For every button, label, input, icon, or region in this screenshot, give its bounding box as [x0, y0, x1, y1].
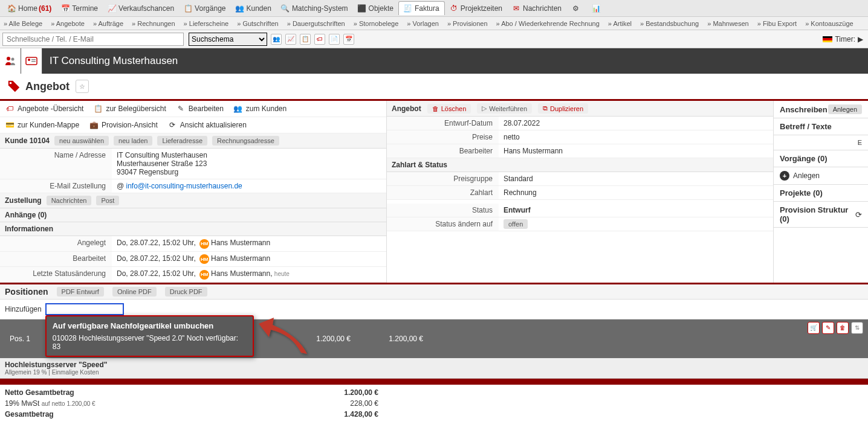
- tb-tag-icon[interactable]: 🏷: [314, 34, 325, 45]
- action-bearbeiten[interactable]: ✎Bearbeiten: [176, 103, 224, 114]
- people-icon: 👥: [236, 4, 244, 13]
- subnav-gutschriften[interactable]: » Gutschriften: [237, 20, 278, 27]
- subnav-fibu[interactable]: » Fibu Export: [757, 20, 797, 27]
- positions-bar: Positionen PDF Entwurf Online PDF Druck …: [0, 283, 868, 300]
- subnav-bestand[interactable]: » Bestandsbuchung: [640, 20, 699, 27]
- home-icon: 🏠: [7, 4, 16, 13]
- divider: [0, 379, 868, 385]
- subnav-alle-belege[interactable]: » Alle Belege: [4, 20, 42, 27]
- action-beleguebersicht[interactable]: 📋zur Belegübersicht: [93, 103, 166, 114]
- btn-neu-laden[interactable]: neu laden: [114, 136, 152, 146]
- tb-cal-icon[interactable]: 📅: [343, 34, 354, 45]
- btn-rechnungsadresse[interactable]: Rechnungsadresse: [212, 136, 279, 146]
- nav-matching[interactable]: 🔍Matching-System: [276, 2, 353, 15]
- quick-search-input[interactable]: [2, 33, 184, 46]
- btn-nachrichten[interactable]: Nachrichten: [47, 196, 92, 205]
- nav-verkaufschancen[interactable]: 📈Verkaufschancen: [103, 2, 179, 15]
- pos-edit-button[interactable]: ✎: [822, 322, 834, 334]
- pos-cart-button[interactable]: 🛒: [808, 322, 820, 334]
- value-zahlart: Rechnung: [499, 186, 773, 199]
- suggestion-title: Auf verfügbare Nachfolgeartikel umbuchen: [53, 321, 247, 330]
- nav-nachrichten[interactable]: ✉Nachrichten: [507, 2, 566, 15]
- vorgaenge-section: Vorgänge (0): [774, 150, 868, 167]
- nav-objekte[interactable]: ⬛Objekte: [353, 2, 398, 15]
- action-zum-kunden[interactable]: 👥zum Kunden: [233, 103, 287, 114]
- favorite-button[interactable]: ☆: [76, 80, 89, 93]
- subnav-dauergutschriften[interactable]: » Dauergutschriften: [287, 20, 345, 27]
- nav-kunden[interactable]: 👥Kunden: [231, 2, 276, 15]
- nav-vorgaenge[interactable]: 📋Vorgänge: [179, 2, 230, 15]
- pos-line-total: 1.200,00 €: [355, 335, 428, 343]
- subnav-angebote[interactable]: » Angebote: [51, 20, 85, 27]
- btn-loeschen[interactable]: 🗑Löschen: [427, 104, 471, 114]
- subnav-auftraege[interactable]: » Aufträge: [93, 20, 123, 27]
- value-preisgruppe: Standard: [499, 172, 773, 185]
- nav-gear[interactable]: ⚙: [566, 2, 587, 15]
- attachments-header: Anhänge (0): [0, 208, 386, 222]
- email-link[interactable]: info@it-consulting-musterhausen.de: [126, 182, 242, 190]
- subnav-vorlagen[interactable]: » Vorlagen: [407, 20, 439, 27]
- tb-doc-icon[interactable]: 📄: [329, 34, 340, 45]
- btn-post[interactable]: Post: [96, 196, 119, 205]
- btn-pdf-entwurf[interactable]: PDF Entwurf: [57, 287, 104, 297]
- subnav-lieferscheine[interactable]: » Lieferscheine: [184, 20, 229, 27]
- action-angebote-uebersicht[interactable]: 🏷Angebote -Übersicht: [5, 103, 83, 114]
- tb-clipboard-icon[interactable]: 📋: [300, 34, 311, 45]
- pencil-icon: ✎: [176, 104, 186, 113]
- suggestion-popup[interactable]: Auf verfügbare Nachfolgeartikel umbuchen…: [45, 315, 254, 357]
- action-provision[interactable]: 💼Provision-Ansicht: [89, 120, 158, 130]
- value-entwurf-datum: 28.07.2022: [499, 117, 773, 130]
- vorgaenge-anlegen[interactable]: +Anlegen: [774, 167, 868, 185]
- angebot-header: Angebot 🗑Löschen ▷Weiterführen ⧉Duplizie…: [387, 101, 773, 117]
- customer-header: Kunde 10104 neu auswählen neu laden Lief…: [0, 133, 386, 149]
- suggestion-item[interactable]: 010028 Hochleistungsserver "Speed 2.0" N…: [53, 334, 247, 351]
- subnav-mahnwesen[interactable]: » Mahnwesen: [707, 20, 749, 27]
- value-name-adresse: IT Consulting Musterhausen Musterhausene…: [112, 149, 386, 179]
- nav-termine[interactable]: 📅Termine: [56, 2, 103, 15]
- subnav-kontoauszuege[interactable]: » Kontoauszüge: [805, 20, 853, 27]
- nav-projektzeiten[interactable]: ⏱Projektzeiten: [445, 2, 507, 15]
- btn-weiterfuehren[interactable]: ▷Weiterführen: [477, 103, 532, 114]
- pos-delete-button[interactable]: 🗑: [837, 322, 849, 334]
- action-kundenmappe[interactable]: 💳zur Kunden-Mappe: [5, 120, 79, 130]
- betreff-edit-row[interactable]: E: [774, 135, 868, 150]
- search-schema-select[interactable]: Suchschema: [189, 33, 267, 46]
- subnav-artikel[interactable]: » Artikel: [608, 20, 632, 27]
- subnav-abo[interactable]: » Abo / Wiederkehrende Rechnung: [496, 20, 600, 27]
- header-user-icon[interactable]: [0, 48, 21, 74]
- label-statuschange: Letzte Statusänderung: [0, 267, 112, 282]
- tb-people-icon[interactable]: 👥: [271, 34, 282, 45]
- btn-neu-auswaehlen[interactable]: neu auswählen: [54, 136, 109, 146]
- btn-druck-pdf[interactable]: Druck PDF: [165, 287, 207, 297]
- refresh-icon: ⟳: [167, 121, 177, 129]
- avatar-icon: HM: [199, 239, 209, 249]
- svg-point-3: [28, 59, 30, 61]
- action-refresh[interactable]: ⟳Ansicht aktualisieren: [167, 120, 247, 130]
- nav-stats[interactable]: 📊: [587, 2, 607, 15]
- net-label: Netto Gesamtbetrag: [5, 388, 336, 397]
- header-card-icon[interactable]: [21, 48, 42, 74]
- vat-value: 228,00 €: [336, 399, 378, 408]
- btn-online-pdf[interactable]: Online PDF: [112, 287, 157, 297]
- subnav-rechnungen[interactable]: » Rechnungen: [132, 20, 175, 27]
- btn-lieferadresse[interactable]: Lieferadresse: [157, 136, 207, 146]
- play-icon[interactable]: ▶: [858, 35, 863, 43]
- nav-faktura[interactable]: 🧾Faktura: [398, 1, 445, 15]
- refresh-icon[interactable]: ⟳: [855, 210, 862, 219]
- btn-duplizieren[interactable]: ⧉Duplizieren: [538, 103, 588, 114]
- nav-home[interactable]: 🏠Home(61): [2, 2, 56, 15]
- svg-rect-4: [31, 59, 36, 60]
- net-value: 1.200,00 €: [336, 388, 378, 397]
- tb-chart-icon[interactable]: 📈: [285, 34, 296, 45]
- subnav-provisionen[interactable]: » Provisionen: [447, 20, 488, 27]
- play-icon: ▷: [482, 104, 487, 112]
- btn-anschreiben-anlegen[interactable]: Anlegen: [828, 104, 862, 114]
- timer-widget[interactable]: Timer: ▶: [823, 35, 863, 43]
- label-name-adresse: Name / Adresse: [0, 149, 112, 179]
- add-position-input[interactable]: [45, 303, 124, 315]
- btn-status-offen[interactable]: offen: [504, 219, 528, 229]
- subnav-stornobelege[interactable]: » Stornobelege: [354, 20, 399, 27]
- pos-move-button[interactable]: ⇅: [851, 322, 863, 334]
- value-bearbeiter: Hans Mustermann: [499, 144, 773, 158]
- anschreiben-section: Anschreiben Anlegen: [774, 101, 868, 118]
